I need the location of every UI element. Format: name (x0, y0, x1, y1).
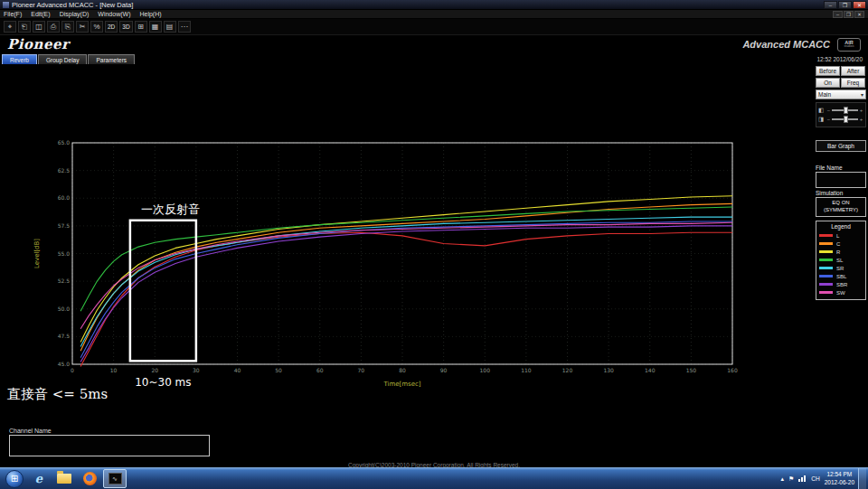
legend-color-chip (819, 283, 833, 286)
minimize-button[interactable]: – (824, 1, 837, 9)
svg-text:150: 150 (686, 367, 697, 373)
print-icon[interactable]: ⎙ (47, 21, 60, 33)
taskbar-clock[interactable]: 12:54 PM 2012-06-20 (825, 471, 854, 485)
toolbar: ⌖⎗◫⎙⎘✂%2D3D⊞▦▤⋯ (0, 19, 868, 35)
grid-view-icon[interactable]: ⊞ (135, 21, 147, 33)
pan-left-icon[interactable]: − (826, 117, 831, 122)
close-button[interactable]: ✕ (853, 1, 866, 9)
legend-item-sr: SR (819, 264, 863, 272)
legend: Legend LCRSLSRSBLSBRSW (816, 221, 866, 300)
svg-text:52.5: 52.5 (58, 277, 71, 284)
svg-text:50: 50 (275, 367, 282, 373)
svg-text:110: 110 (521, 367, 532, 373)
firefox-icon (83, 472, 97, 485)
action-center-icon[interactable]: ⚑ (788, 475, 794, 483)
legend-color-chip (819, 275, 833, 277)
start-button[interactable]: ⊞ (5, 470, 24, 488)
open-file-icon[interactable]: ⎗ (18, 21, 31, 33)
pan-right-icon[interactable]: + (859, 117, 863, 122)
legend-item-l: L (819, 231, 863, 240)
windows-explorer-taskbar-icon[interactable] (52, 469, 76, 488)
titlebar: Pioneer Advanced MCACC - [New Data] – ❐ … (0, 0, 868, 10)
menu-window[interactable]: Window(W) (98, 11, 130, 17)
file-name-box (816, 172, 866, 188)
table-view-icon[interactable]: ▦ (149, 21, 162, 33)
maximize-button[interactable]: ❐ (838, 1, 852, 9)
horizontal-zoom-handle[interactable] (844, 116, 848, 123)
ie-icon: e (35, 472, 42, 485)
menu-display[interactable]: Display(D) (60, 11, 90, 17)
internet-explorer-taskbar-icon[interactable]: e (27, 469, 51, 488)
simulation-status-box: EQ ON (SYMMETRY) (816, 197, 866, 217)
zoom-controls: ◧ − + ◨ − + (816, 102, 866, 127)
after-button[interactable]: After (841, 66, 865, 76)
bar-graph-button[interactable]: Bar Graph (816, 140, 866, 152)
tab-reverb[interactable]: Reverb (2, 54, 37, 64)
network-icon[interactable] (798, 475, 807, 482)
mdi-restore-button[interactable]: ❐ (844, 11, 854, 18)
select-icon[interactable]: ⌖ (4, 21, 16, 33)
svg-text:0: 0 (71, 367, 74, 373)
cut-icon[interactable]: ✂ (76, 21, 89, 33)
menubar: File(F)Edit(E)Display(D)Window(W)Help(H)… (0, 10, 868, 19)
legend-label: SBL (836, 274, 846, 279)
copy-icon[interactable]: ⎘ (61, 21, 74, 33)
more-tools-icon[interactable]: ⋯ (178, 21, 191, 33)
menu-help[interactable]: Help(H) (139, 11, 161, 17)
channel-name-box[interactable] (9, 435, 210, 456)
language-indicator[interactable]: CH (811, 475, 819, 482)
menu-file[interactable]: File(F) (4, 11, 22, 17)
svg-text:60: 60 (316, 367, 324, 373)
menu-edit[interactable]: Edit(E) (31, 11, 50, 17)
save-icon[interactable]: ◫ (33, 21, 45, 33)
menu-items: File(F)Edit(E)Display(D)Window(W)Help(H) (4, 11, 171, 17)
tab-items: ReverbGroup DelayParameters (2, 54, 136, 64)
channel-name-label: Channel Name (9, 428, 52, 434)
list-view-icon[interactable]: ▤ (164, 21, 176, 33)
freq-button[interactable]: Freq (841, 78, 865, 88)
legend-item-r: R (819, 248, 863, 256)
vertical-zoom-slider[interactable] (832, 109, 858, 111)
svg-text:20: 20 (151, 367, 158, 373)
mcacc-application-window: Pioneer Advanced MCACC - [New Data] – ❐ … (0, 0, 868, 489)
right-control-panel: Before After On Freq Main ▾ ◧ − + ◨ (816, 66, 866, 300)
before-button[interactable]: Before (816, 66, 840, 76)
tab-parameters[interactable]: Parameters (88, 54, 135, 64)
brand-header: Pioneer Advanced MCACC AIR studios (0, 35, 868, 53)
simulation-label: Simulation (816, 190, 866, 196)
svg-text:30: 30 (193, 367, 200, 373)
zoom-in-icon[interactable]: + (859, 108, 863, 113)
svg-text:Time[msec]: Time[msec] (382, 381, 420, 388)
windows-taskbar: ⊞ e ∿ ▴ ⚑ CH 12:54 PM 2012-06-20 (0, 467, 868, 489)
svg-text:65.0: 65.0 (58, 139, 71, 146)
horizontal-zoom-slider[interactable] (832, 118, 858, 120)
mdi-close-button[interactable]: ✕ (854, 11, 864, 18)
mdi-minimize-button[interactable]: – (833, 11, 843, 18)
direct-sound-annotation: 直接音 <= 5ms (7, 386, 108, 403)
view-tabs: ReverbGroup DelayParameters 12:52 2012/0… (0, 53, 868, 64)
zoom-out-icon[interactable]: − (826, 108, 831, 113)
legend-color-chip (819, 242, 833, 245)
legend-item-sw: SW (819, 288, 863, 296)
view-3d-button[interactable]: 3D (119, 21, 132, 33)
on-button[interactable]: On (816, 78, 840, 88)
svg-text:130: 130 (603, 367, 614, 373)
view-2d-button[interactable]: 2D (105, 21, 118, 33)
mcacc-taskbar-icon[interactable]: ∿ (103, 469, 127, 488)
svg-text:62.5: 62.5 (58, 167, 71, 174)
air-studios-logo: AIR studios (837, 38, 861, 52)
svg-text:60.0: 60.0 (58, 194, 71, 201)
clock-time: 12:54 PM (826, 471, 852, 477)
percent-icon[interactable]: % (90, 21, 103, 33)
vertical-zoom-handle[interactable] (844, 107, 848, 114)
svg-text:40: 40 (234, 367, 241, 373)
show-desktop-button[interactable] (858, 468, 866, 489)
tab-group-delay[interactable]: Group Delay (38, 54, 88, 64)
legend-title: Legend (819, 223, 863, 230)
main-content: 0102030405060708090100110120130140150160… (0, 64, 868, 470)
tray-chevron-icon[interactable]: ▴ (781, 475, 785, 483)
svg-text:55.0: 55.0 (58, 250, 71, 257)
firefox-taskbar-icon[interactable] (78, 469, 101, 488)
channel-select[interactable]: Main ▾ (816, 89, 866, 99)
svg-text:90: 90 (440, 367, 448, 373)
